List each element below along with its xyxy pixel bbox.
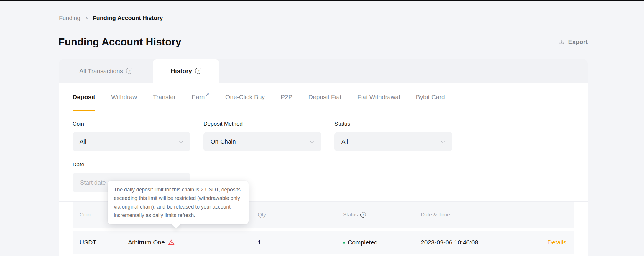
cell-qty: 1 [258,239,343,246]
start-date-placeholder: Start date [80,179,106,186]
subtab-deposit-label: Deposit [73,93,95,101]
question-circle-icon[interactable]: ? [195,68,201,74]
subtab-bybit-card[interactable]: Bybit Card [416,83,445,111]
subtab-transfer[interactable]: Transfer [153,83,176,111]
cell-status: Completed [343,239,421,246]
external-link-icon: ↗ [206,92,209,97]
download-icon [559,39,565,45]
coin-select[interactable]: All [73,132,190,151]
coin-filter-label: Coin [73,121,190,127]
deposit-method-select[interactable]: On-Chain [203,132,321,151]
chevron-right-icon: > [85,15,88,21]
subtab-one-click-buy-label: One-Click Buy [225,93,265,101]
column-header-status-label: Status [343,212,358,218]
subtab-p2p-label: P2P [281,93,293,101]
chevron-down-icon [441,140,445,143]
tab-history-label: History [171,68,192,75]
table-row[interactable]: USDT Arbitrum One 1 Completed 2023-09-06… [73,231,574,254]
column-header-datetime: Date & Time [421,212,545,218]
details-link[interactable]: Details [545,239,574,246]
tab-all-transactions[interactable]: All Transactions ? [59,59,153,83]
table-header-divider [59,228,588,231]
subtab-fiat-withdrawal-label: Fiat Withdrawal [357,93,400,101]
status-dot-icon [343,242,345,244]
cell-coin: USDT [73,239,128,246]
coin-select-value: All [80,138,86,145]
deposit-limit-tooltip: The daily deposit limit for this chain i… [108,181,249,224]
question-circle-icon[interactable]: ? [126,68,132,74]
chain-name: Arbitrum One [128,239,165,246]
subtab-transfer-label: Transfer [153,93,176,101]
status-select-value: All [341,138,348,145]
subtab-one-click-buy[interactable]: One-Click Buy [225,83,265,111]
subtab-earn-label: Earn [192,93,205,101]
breadcrumb: Funding > Funding Account History [59,15,163,22]
account-tab-bar: All Transactions ? History ? [59,59,588,83]
cell-datetime: 2023-09-06 10:46:08 [421,239,545,246]
deposit-method-filter-label: Deposit Method [203,121,321,127]
warning-triangle-icon[interactable] [168,239,175,246]
status-filter-label: Status [334,121,452,127]
filter-row: Coin All Deposit Method On-Chain Status … [73,121,452,151]
active-tab-underline [73,110,95,111]
status-text: Completed [348,239,378,246]
breadcrumb-current-page: Funding Account History [93,15,163,22]
info-circle-icon[interactable]: ! [360,212,366,218]
window-top-bar [0,0,644,1]
deposit-method-select-value: On-Chain [211,138,236,145]
export-button[interactable]: Export [559,38,588,45]
coin-filter: Coin All [73,121,190,151]
subtab-deposit[interactable]: Deposit [73,83,95,111]
column-header-qty: Qty [258,212,343,218]
status-filter: Status All [334,121,452,151]
export-label: Export [568,38,588,45]
subtab-deposit-fiat[interactable]: Deposit Fiat [308,83,341,111]
subtab-earn[interactable]: Earn ↗ [192,83,209,111]
page-title: Funding Account History [58,36,181,48]
column-header-status: Status ! [343,212,421,218]
tab-all-transactions-label: All Transactions [79,68,123,75]
subtab-fiat-withdrawal[interactable]: Fiat Withdrawal [357,83,400,111]
subtab-p2p[interactable]: P2P [281,83,293,111]
subtab-withdraw[interactable]: Withdraw [111,83,137,111]
chevron-down-icon [179,140,183,143]
date-filter-label: Date [73,161,190,168]
deposit-method-filter: Deposit Method On-Chain [203,121,321,151]
status-select[interactable]: All [334,132,452,151]
tooltip-text: The daily deposit limit for this chain i… [114,187,241,218]
transaction-type-tabs: Deposit Withdraw Transfer Earn ↗ One-Cli… [59,83,588,111]
subtab-withdraw-label: Withdraw [111,93,137,101]
tab-history[interactable]: History ? [153,59,219,83]
history-content-card: Deposit Withdraw Transfer Earn ↗ One-Cli… [59,83,588,256]
chevron-down-icon [310,140,314,143]
subtab-bybit-card-label: Bybit Card [416,93,445,101]
subtab-deposit-fiat-label: Deposit Fiat [308,93,341,101]
cell-chain: Arbitrum One [128,239,258,246]
breadcrumb-funding-link[interactable]: Funding [59,15,80,22]
